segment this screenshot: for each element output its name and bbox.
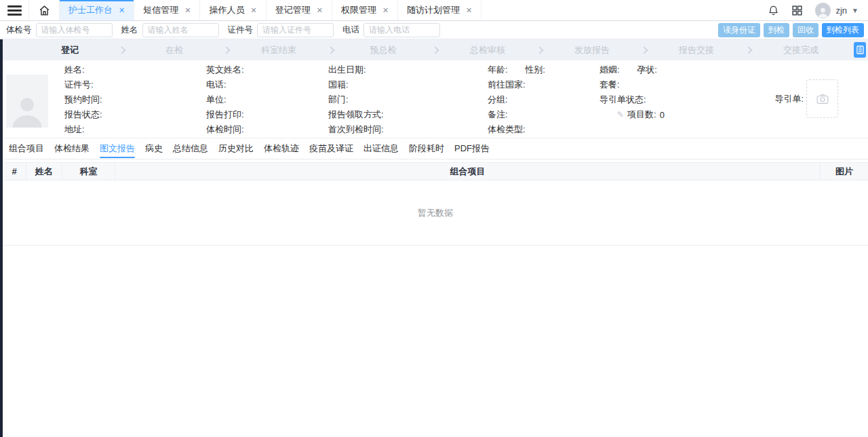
field-marriage: 婚姻:	[599, 64, 620, 75]
arrive-check-button[interactable]: 到检	[764, 23, 789, 37]
field-phone: 电话:	[206, 79, 328, 91]
tab-image-text-report[interactable]: 图文报告	[100, 138, 135, 159]
chevron-right-icon	[118, 46, 125, 54]
tab-registration-management[interactable]: 登记管理 ✕	[267, 0, 332, 20]
field-name: 姓名:	[64, 64, 206, 76]
field-address: 地址:	[64, 124, 206, 136]
tab-sms-management[interactable]: 短信管理 ✕	[134, 0, 200, 20]
step-in-exam: 在检	[127, 44, 221, 56]
step-handover-complete: 交接完成	[754, 44, 848, 56]
chevron-right-icon	[327, 46, 334, 54]
user-avatar-icon	[816, 5, 829, 18]
tab-exam-track[interactable]: 体检轨迹	[264, 138, 299, 159]
tab-label: 操作人员	[209, 4, 244, 16]
user-name: zjn	[835, 5, 847, 16]
user-menu[interactable]: zjn ▼	[815, 3, 859, 18]
read-id-card-button[interactable]: 读身份证	[718, 23, 760, 37]
tab-pdf-report[interactable]: PDF报告	[454, 138, 490, 159]
exam-no-label: 体检号	[6, 24, 32, 36]
tab-permission-management[interactable]: 权限管理 ✕	[332, 0, 398, 20]
hamburger-icon	[7, 3, 22, 18]
tab-combo-items[interactable]: 组合项目	[9, 138, 44, 159]
field-nationality: 国籍:	[328, 79, 488, 91]
chevron-right-icon	[640, 46, 648, 54]
field-first-arrival-time: 首次到检时间:	[328, 124, 488, 136]
column-index: #	[3, 163, 26, 180]
chevron-right-icon	[536, 46, 543, 54]
bell-icon	[768, 4, 779, 16]
chevron-right-icon	[431, 46, 439, 54]
field-report-pickup-method: 报告领取方式:	[328, 109, 488, 121]
notification-bell-button[interactable]	[768, 4, 779, 16]
top-tab-bar: 护士工作台 ✕ 短信管理 ✕ 操作人员 ✕ 登记管理 ✕ 权限管理 ✕ 随访计划…	[0, 0, 868, 21]
search-field-name: 姓名	[121, 23, 219, 37]
chevron-down-icon: ▼	[852, 7, 859, 14]
tab-history-compare[interactable]: 历史对比	[218, 138, 254, 159]
tab-close-icon[interactable]: ✕	[317, 7, 323, 14]
id-number-input[interactable]	[257, 23, 334, 37]
pencil-edit-icon[interactable]: ✎	[617, 110, 624, 119]
field-id-number: 证件号:	[64, 79, 206, 91]
tab-summary-info[interactable]: 总结信息	[173, 138, 208, 159]
tab-followup-plan-management[interactable]: 随访计划管理 ✕	[398, 0, 481, 20]
tab-stage-duration[interactable]: 阶段耗时	[409, 138, 444, 159]
report-table: # 姓名 科室 组合项目 图片 暂无数据	[3, 162, 868, 246]
guide-sheet-upload-box[interactable]	[806, 79, 838, 118]
tab-medical-history[interactable]: 病史	[145, 138, 163, 159]
step-department-finished: 科室结束	[232, 44, 326, 56]
name-label: 姓名	[121, 24, 138, 36]
empty-state-text: 暂无数据	[3, 180, 868, 246]
field-english-name: 英文姓名:	[206, 64, 328, 76]
field-group: 分组:	[488, 94, 599, 106]
exam-progress-steps: 登记 在检 科室结束 预总检 总检审核 发放报告 报告交接 交接完成	[3, 39, 868, 60]
name-input[interactable]	[142, 23, 219, 37]
field-remark: 备注:	[488, 109, 599, 121]
tab-close-icon[interactable]: ✕	[382, 7, 389, 14]
list-card-icon	[856, 45, 864, 54]
field-report-print: 报告打印:	[206, 109, 328, 121]
field-age: 年龄:	[488, 64, 508, 75]
column-picture: 图片	[821, 163, 868, 180]
field-report-status: 报告状态:	[64, 109, 206, 121]
column-department: 科室	[62, 163, 115, 180]
guide-sheet-label: 导引单:	[774, 93, 804, 105]
tab-close-icon[interactable]: ✕	[119, 7, 125, 14]
action-buttons: 读身份证 到检 回收 到检列表	[718, 23, 864, 37]
field-guide-sheet-status: 导引单状态:	[599, 94, 803, 106]
project-count-label: 项目数:	[627, 109, 656, 121]
tab-certificate-info[interactable]: 出证信息	[363, 138, 399, 159]
field-company: 单位:	[206, 94, 328, 106]
guide-sheet-button[interactable]	[854, 42, 866, 58]
step-pre-summary: 预总检	[336, 44, 430, 56]
field-gender: 性别:	[525, 64, 545, 75]
home-icon	[39, 5, 50, 16]
tab-exam-results[interactable]: 体检结果	[54, 138, 90, 159]
chevron-right-icon	[222, 46, 230, 54]
collapsed-sidebar	[0, 21, 3, 437]
phone-input[interactable]	[363, 23, 440, 37]
tab-vaccine-certificates[interactable]: 疫苗及译证	[309, 138, 353, 159]
tab-operators[interactable]: 操作人员 ✕	[200, 0, 266, 20]
arrival-list-button[interactable]: 到检列表	[822, 23, 864, 37]
exam-no-input[interactable]	[36, 23, 113, 37]
tab-home[interactable]	[28, 0, 60, 20]
field-marriage-pregnancy: 婚姻: 孕状:	[599, 64, 803, 76]
menu-toggle-button[interactable]	[0, 0, 28, 20]
step-summary-review: 总检审核	[441, 44, 534, 56]
recycle-button[interactable]: 回收	[793, 23, 818, 37]
app-grid-button[interactable]	[791, 5, 803, 16]
tab-label: 护士工作台	[68, 4, 113, 16]
tab-close-icon[interactable]: ✕	[466, 7, 472, 14]
step-registered: 登记	[23, 44, 117, 56]
step-report-issued: 发放报告	[545, 44, 639, 56]
field-destination-country: 前往国家:	[488, 79, 599, 91]
tab-close-icon[interactable]: ✕	[250, 7, 256, 14]
project-count-value: 0	[660, 110, 665, 120]
tab-nurse-workbench[interactable]: 护士工作台 ✕	[60, 0, 134, 20]
field-birth-date: 出生日期:	[328, 64, 488, 76]
field-project-count: ✎ 项目数: 0	[599, 109, 803, 121]
id-number-label: 证件号	[228, 24, 254, 36]
tab-label: 随访计划管理	[407, 4, 460, 16]
tab-close-icon[interactable]: ✕	[184, 7, 191, 14]
field-pregnancy: 孕状:	[637, 64, 657, 75]
